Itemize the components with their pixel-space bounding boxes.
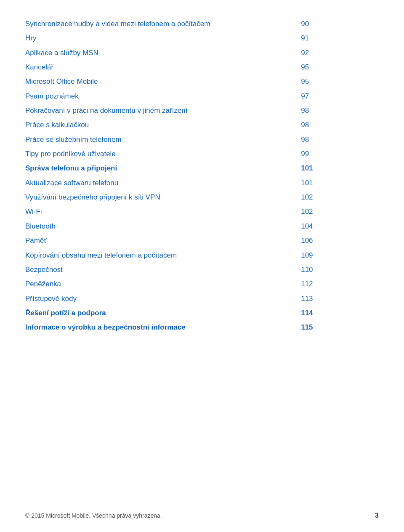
footer-copyright: © 2015 Microsoft Mobile. Všechna práva v… [25,512,162,519]
toc-label: Psaní poznámek [25,89,301,104]
toc-page: 97 [301,89,379,104]
footer: © 2015 Microsoft Mobile. Všechna práva v… [0,512,404,519]
toc-row: Bezpečnost110 [25,263,379,277]
toc-label: Informace o výrobku a bezpečnostní infor… [25,320,301,335]
footer-page-number: 3 [375,512,379,519]
toc-label: Práce se služebním telefonem [25,133,301,147]
toc-label: Hry [25,31,301,45]
toc-label: Práce s kalkulačkou [25,118,301,132]
toc-label: Řešení potíží a podpora [25,306,301,320]
toc-label: Synchronizace hudby a videa mezi telefon… [25,17,301,31]
toc-label: Tipy pro podnikové uživatele [25,147,301,161]
toc-row: Práce s kalkulačkou98 [25,118,379,132]
toc-page: 98 [301,133,379,147]
toc-label: Využívání bezpečného připojení k síti VP… [25,190,301,205]
toc-page: 104 [301,219,379,234]
toc-row: Informace o výrobku a bezpečnostní infor… [25,320,379,335]
toc-row: Bluetooth104 [25,219,379,234]
toc-page: 90 [301,17,379,31]
toc-page: 112 [301,277,379,291]
toc-row: Microsoft Office Mobile95 [25,74,379,89]
toc-label: Microsoft Office Mobile [25,74,301,89]
page-content: Synchronizace hudby a videa mezi telefon… [0,0,404,369]
toc-row: Aplikace a služby MSN92 [25,46,379,60]
toc-row: Kopírování obsahu mezi telefonem a počít… [25,248,379,263]
toc-row: Řešení potíží a podpora114 [25,306,379,320]
toc-label: Aktualizace softwaru telefonu [25,176,301,190]
toc-row: Paměť106 [25,234,379,248]
toc-label: Paměť [25,234,301,248]
toc-page: 115 [301,320,379,335]
toc-row: Synchronizace hudby a videa mezi telefon… [25,17,379,31]
toc-row: Wi-Fi102 [25,205,379,219]
toc-page: 98 [301,104,379,118]
toc-label: Wi-Fi [25,205,301,219]
toc-page: 102 [301,190,379,205]
toc-page: 106 [301,234,379,248]
toc-label: Přístupové kódy [25,292,301,306]
toc-page: 109 [301,248,379,263]
toc-row: Přístupové kódy113 [25,292,379,306]
toc-row: Kancelář95 [25,60,379,74]
toc-page: 114 [301,306,379,320]
toc-row: Správa telefonu a připojení101 [25,161,379,176]
toc-page: 95 [301,60,379,74]
toc-table: Synchronizace hudby a videa mezi telefon… [25,17,379,335]
toc-page: 101 [301,161,379,176]
toc-row: Peněženka112 [25,277,379,291]
toc-label: Kancelář [25,60,301,74]
toc-label: Kopírování obsahu mezi telefonem a počít… [25,248,301,263]
toc-label: Bluetooth [25,219,301,234]
toc-row: Práce se služebním telefonem98 [25,133,379,147]
toc-label: Aplikace a služby MSN [25,46,301,60]
toc-label: Pokračování v práci na dokumentu v jiném… [25,104,301,118]
toc-page: 113 [301,292,379,306]
toc-row: Pokračování v práci na dokumentu v jiném… [25,104,379,118]
toc-page: 95 [301,74,379,89]
toc-page: 110 [301,263,379,277]
toc-row: Aktualizace softwaru telefonu101 [25,176,379,190]
toc-row: Psaní poznámek97 [25,89,379,104]
toc-page: 99 [301,147,379,161]
toc-page: 92 [301,46,379,60]
toc-row: Hry91 [25,31,379,45]
toc-page: 91 [301,31,379,45]
toc-page: 101 [301,176,379,190]
toc-row: Využívání bezpečného připojení k síti VP… [25,190,379,205]
toc-label: Peněženka [25,277,301,291]
toc-label: Správa telefonu a připojení [25,161,301,176]
toc-row: Tipy pro podnikové uživatele99 [25,147,379,161]
toc-page: 102 [301,205,379,219]
toc-label: Bezpečnost [25,263,301,277]
toc-page: 98 [301,118,379,132]
